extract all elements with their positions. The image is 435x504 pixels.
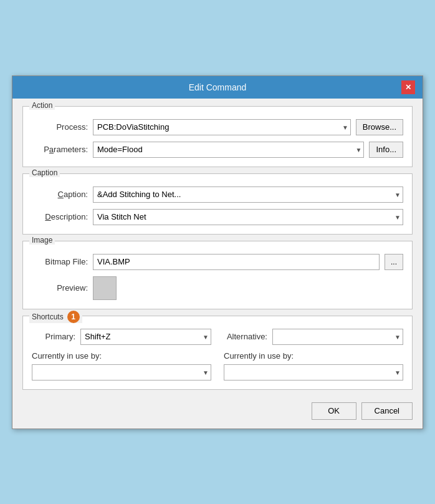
process-label: Process:: [32, 122, 88, 132]
action-section: Action Process: PCB:DoViaStitching ▼ Bro…: [22, 106, 413, 167]
parameters-row: Parameters: Mode=Flood ▼ Info...: [32, 142, 403, 158]
parameters-label-p: P: [44, 145, 49, 154]
caption-row: Caption: &Add Stitching to Net... ▼: [32, 187, 403, 203]
dialog-title: Edit Command: [34, 82, 401, 92]
description-label: Description:: [32, 212, 88, 221]
dialog-body: Action Process: PCB:DoViaStitching ▼ Bro…: [12, 99, 423, 397]
ok-button[interactable]: OK: [312, 402, 356, 420]
description-underline: D: [45, 212, 50, 221]
alternative-select[interactable]: [272, 329, 403, 345]
action-section-label: Action: [29, 101, 55, 110]
bitmap-browse-button[interactable]: ...: [385, 254, 403, 270]
parameters-label-rest: rameters:: [54, 145, 88, 154]
caption-rest: aption:: [64, 190, 88, 199]
shortcuts-section: Shortcuts 1 Primary: Shift+Z ▼: [22, 316, 413, 390]
alternative-in-use-select[interactable]: [224, 364, 403, 380]
shortcuts-badge: 1: [67, 311, 80, 323]
parameters-select-wrapper: Mode=Flood ▼: [93, 142, 364, 158]
shortcuts-grid: Primary: Shift+Z ▼ Currently in use by:: [32, 329, 403, 380]
alternative-in-use-select-wrapper: ▼: [224, 364, 403, 380]
parameters-select[interactable]: Mode=Flood: [93, 142, 364, 158]
close-button[interactable]: ✕: [401, 80, 415, 94]
dialog-footer: OK Cancel: [12, 397, 423, 429]
alternative-label: Alternative:: [224, 332, 267, 341]
primary-select[interactable]: Shift+Z: [80, 329, 211, 345]
info-button[interactable]: Info...: [369, 142, 403, 158]
preview-image: [93, 276, 117, 300]
primary-col: Primary: Shift+Z ▼ Currently in use by:: [32, 329, 211, 380]
preview-label: Preview:: [32, 283, 88, 293]
image-section-label: Image: [29, 236, 55, 245]
image-section: Image Bitmap File: ... Preview:: [22, 241, 413, 309]
alternative-col: Alternative: ▼ Currently in use by:: [224, 329, 403, 380]
caption-section-label: Caption: [29, 168, 60, 177]
primary-in-use-label: Currently in use by:: [32, 351, 211, 361]
description-select-wrapper: Via Stitch Net ▼: [93, 209, 403, 225]
caption-select[interactable]: &Add Stitching to Net...: [93, 187, 403, 203]
parameters-label-underline: a: [49, 145, 54, 154]
primary-select-wrapper: Shift+Z ▼: [80, 329, 211, 345]
process-select-wrapper: PCB:DoViaStitching ▼: [93, 119, 351, 135]
primary-label: Primary:: [32, 332, 75, 341]
description-select[interactable]: Via Stitch Net: [93, 209, 403, 225]
primary-in-use-select-wrapper: ▼: [32, 364, 211, 380]
caption-field-label: Caption:: [32, 190, 88, 199]
edit-command-dialog: Edit Command ✕ Action Process: PCB:DoVia…: [12, 75, 423, 429]
caption-underline: C: [58, 190, 64, 199]
primary-field-row: Primary: Shift+Z ▼: [32, 329, 211, 345]
browse-button[interactable]: Browse...: [356, 119, 403, 135]
shortcuts-section-label: Shortcuts: [32, 313, 64, 321]
bitmap-label: Bitmap File:: [32, 257, 88, 266]
preview-row: Preview:: [32, 276, 403, 300]
process-select[interactable]: PCB:DoViaStitching: [93, 119, 351, 135]
shortcuts-label-row: Shortcuts 1: [29, 311, 82, 323]
alternative-in-use-label: Currently in use by:: [224, 351, 403, 361]
parameters-label: Parameters:: [32, 145, 88, 154]
caption-select-wrapper: &Add Stitching to Net... ▼: [93, 187, 403, 203]
description-row: Description: Via Stitch Net ▼: [32, 209, 403, 225]
cancel-button[interactable]: Cancel: [361, 402, 413, 420]
primary-in-use-select[interactable]: [32, 364, 211, 380]
alternative-select-wrapper: ▼: [272, 329, 403, 345]
title-bar: Edit Command ✕: [12, 76, 423, 99]
description-rest: escription:: [51, 212, 88, 221]
process-row: Process: PCB:DoViaStitching ▼ Browse...: [32, 119, 403, 135]
bitmap-row: Bitmap File: ...: [32, 254, 403, 270]
bitmap-input[interactable]: [93, 254, 380, 270]
caption-section: Caption Caption: &Add Stitching to Net..…: [22, 173, 413, 235]
alternative-field-row: Alternative: ▼: [224, 329, 403, 345]
